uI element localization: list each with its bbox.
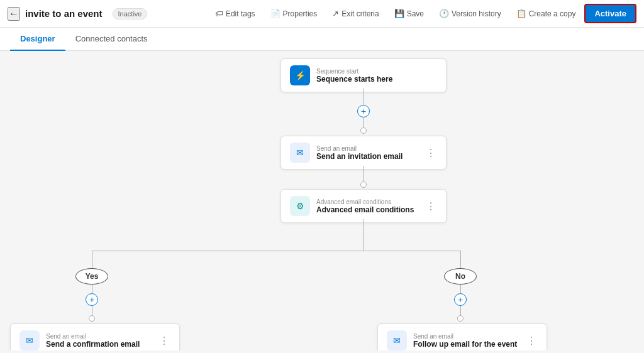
sequence-start-node[interactable]: ⚡ Sequence start Sequence starts here [280, 58, 447, 92]
advanced-conditions-main-node[interactable]: ⚙ Advanced email conditions Advanced ema… [280, 189, 447, 223]
header: ← invite to an event Inactive 🏷 Edit tag… [0, 0, 644, 28]
send-email-no-label: Send an email [413, 333, 519, 340]
connector-h-main [92, 251, 460, 251]
sequence-start-title: Sequence starts here [316, 75, 437, 84]
sequence-start-icon: ⚡ [290, 65, 310, 85]
edit-tags-button[interactable]: 🏷 Edit tags [209, 6, 262, 21]
version-history-icon: 🕐 [439, 9, 449, 18]
yes-oval: Yes [75, 268, 108, 285]
send-email-no-title: Follow up email for the event [413, 340, 519, 349]
save-button[interactable]: 💾 Save [388, 6, 430, 21]
connector-no-1 [460, 251, 461, 268]
send-email-no-node[interactable]: ✉ Send an email Follow up email for the … [377, 323, 547, 350]
activate-button[interactable]: Activate [584, 4, 636, 23]
canvas: ⚡ Sequence start Sequence starts here + … [0, 51, 644, 350]
header-actions: 🏷 Edit tags 📄 Properties ↗ Exit criteria… [209, 4, 636, 23]
send-email-1-menu[interactable]: ⋮ [425, 146, 437, 160]
add-button-1[interactable]: + [357, 105, 370, 117]
properties-icon: 📄 [270, 9, 280, 18]
send-email-yes-icon: ✉ [19, 330, 40, 350]
back-button[interactable]: ← [8, 7, 20, 21]
tab-connected-contacts[interactable]: Connected contacts [65, 28, 158, 51]
exit-criteria-button[interactable]: ↗ Exit criteria [326, 6, 385, 21]
dot-1 [360, 128, 367, 134]
advanced-conditions-main-label: Advanced email conditions [316, 198, 418, 205]
dot-no [457, 315, 464, 322]
send-email-yes-title: Send a confirmation email [46, 340, 152, 349]
sequence-start-label: Sequence start [316, 68, 437, 75]
connector-yes-3 [92, 306, 92, 316]
add-button-no[interactable]: + [454, 293, 467, 306]
connector-no-2 [460, 285, 461, 293]
send-email-1-title: Send an invitation email [316, 152, 418, 161]
create-copy-icon: 📋 [516, 9, 526, 18]
properties-button[interactable]: 📄 Properties [264, 6, 324, 21]
send-email-1-label: Send an email [316, 145, 418, 152]
tab-designer[interactable]: Designer [10, 28, 65, 51]
connector-3 [364, 166, 364, 182]
dot-yes [89, 315, 95, 322]
version-history-button[interactable]: 🕐 Version history [433, 6, 508, 21]
connector-1 [364, 89, 364, 105]
save-icon: 💾 [394, 9, 404, 18]
status-badge: Inactive [113, 8, 148, 19]
page-title: invite to an event [25, 8, 103, 19]
send-email-1-node[interactable]: ✉ Send an email Send an invitation email… [280, 136, 447, 170]
send-email-1-icon: ✉ [290, 143, 310, 163]
connector-yes-1 [92, 251, 92, 268]
connector-4 [364, 219, 364, 251]
no-oval: No [444, 268, 477, 285]
send-email-yes-label: Send an email [46, 333, 152, 340]
create-copy-button[interactable]: 📋 Create a copy [510, 6, 582, 21]
send-email-no-menu[interactable]: ⋮ [525, 334, 538, 348]
connector-no-3 [460, 306, 461, 316]
connector-2 [364, 117, 364, 128]
dot-2 [360, 182, 367, 188]
advanced-conditions-main-title: Advanced email conditions [316, 205, 418, 214]
send-email-yes-node[interactable]: ✉ Send an email Send a confirmation emai… [10, 323, 180, 350]
edit-tags-icon: 🏷 [215, 9, 223, 18]
advanced-conditions-main-icon: ⚙ [290, 196, 310, 216]
tabs: Designer Connected contacts [0, 28, 644, 51]
connector-yes-2 [92, 285, 92, 293]
send-email-yes-menu[interactable]: ⋮ [158, 334, 170, 348]
advanced-conditions-main-menu[interactable]: ⋮ [425, 199, 437, 214]
send-email-no-icon: ✉ [387, 330, 407, 350]
exit-criteria-icon: ↗ [332, 9, 339, 18]
add-button-yes[interactable]: + [86, 293, 98, 306]
